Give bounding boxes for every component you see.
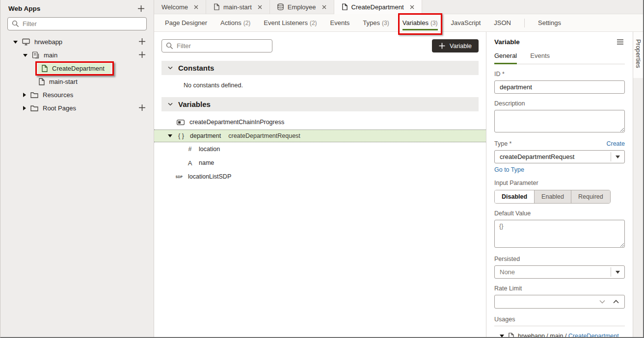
- flow-icon: [32, 52, 39, 59]
- sdp-type-icon: SDP: [175, 175, 183, 179]
- id-field[interactable]: [494, 80, 625, 94]
- chevron-down-icon: [168, 66, 173, 70]
- usage-root-row[interactable]: hrwebapp / main / CreateDepartment: [494, 333, 625, 337]
- selected-tree-item[interactable]: CreateDepartment: [38, 63, 110, 74]
- sidebar-filter[interactable]: [7, 17, 147, 30]
- type-select[interactable]: createDepartmentRequest: [494, 150, 625, 163]
- tree-item-createdepartment[interactable]: CreateDepartment: [0, 62, 154, 75]
- web-apps-sidebar: Web Apps hrwebapp main: [0, 0, 154, 337]
- tab-createdepartment[interactable]: CreateDepartment: [334, 0, 422, 14]
- tab-events[interactable]: Events: [330, 14, 350, 31]
- tab-main-start[interactable]: main-start: [206, 0, 270, 14]
- option-disabled[interactable]: Disabled: [495, 190, 534, 203]
- usages-label: Usages: [494, 316, 625, 326]
- tab-count: (3): [430, 20, 438, 26]
- variable-row[interactable]: createDepartmentChainInProgress: [161, 115, 479, 129]
- tab-label: Welcome: [161, 3, 188, 11]
- close-icon[interactable]: [410, 5, 414, 9]
- rail-tab-label: Properties: [635, 39, 642, 68]
- description-field[interactable]: [494, 110, 625, 132]
- tab-welcome[interactable]: Welcome: [154, 0, 206, 14]
- close-icon[interactable]: [258, 5, 262, 9]
- tree-item-root-pages[interactable]: Root Pages: [0, 102, 154, 115]
- add-page-button[interactable]: [137, 50, 147, 59]
- tree-item-resources[interactable]: Resources: [0, 88, 154, 102]
- add-root-page-button[interactable]: [137, 103, 147, 112]
- object-type-icon: { }: [177, 132, 185, 139]
- monitor-icon: [22, 38, 30, 46]
- web-apps-tree: hrwebapp main CreateDepartment main-star…: [0, 35, 154, 115]
- variable-row[interactable]: # location: [161, 142, 479, 156]
- tab-label: CreateDepartment: [351, 3, 404, 11]
- variable-name: department: [190, 132, 221, 139]
- variables-section-header[interactable]: Variables: [161, 97, 479, 111]
- tab-general[interactable]: General: [494, 52, 517, 64]
- tree-item-hrwebapp[interactable]: hrwebapp: [0, 35, 154, 49]
- chevron-up-icon[interactable]: [613, 300, 619, 304]
- create-type-link[interactable]: Create: [606, 140, 625, 147]
- tab-event-listeners[interactable]: Event Listeners(2): [264, 14, 317, 31]
- variable-row[interactable]: SDP locationListSDP: [161, 170, 479, 183]
- persisted-label: Persisted: [494, 256, 625, 262]
- add-variable-button[interactable]: Variable: [432, 39, 479, 52]
- tab-actions[interactable]: Actions(2): [220, 14, 250, 31]
- plus-icon: [137, 5, 145, 12]
- option-required[interactable]: Required: [571, 190, 610, 203]
- sidebar-filter-input[interactable]: [23, 20, 142, 27]
- search-icon: [12, 20, 19, 27]
- page-icon: [41, 65, 48, 72]
- tree-item-label: main-start: [49, 78, 78, 85]
- dropdown-arrow-icon[interactable]: [611, 271, 624, 274]
- tab-count: (2): [310, 20, 317, 26]
- variables-filter-input[interactable]: [177, 42, 268, 50]
- description-label: Description: [494, 100, 625, 107]
- variable-row-selected[interactable]: { } department createDepartmentRequest: [154, 130, 486, 142]
- persisted-select-value: None: [495, 268, 611, 276]
- tab-settings[interactable]: Settings: [538, 14, 561, 31]
- rate-limit-field[interactable]: [494, 295, 625, 309]
- persisted-select[interactable]: None: [494, 265, 625, 279]
- constants-section-header[interactable]: Constants: [161, 61, 479, 75]
- input-parameter-toggle: Disabled Enabled Required: [494, 190, 611, 204]
- close-icon[interactable]: [322, 5, 326, 9]
- tab-json[interactable]: JSON: [494, 14, 511, 31]
- page-icon: [38, 78, 45, 85]
- variable-row[interactable]: A name: [161, 156, 479, 170]
- tab-javascript[interactable]: JavaScript: [451, 14, 481, 31]
- variable-name: name: [199, 159, 214, 166]
- caret-down-icon[interactable]: [23, 54, 27, 57]
- caret-right-icon[interactable]: [23, 93, 26, 97]
- option-enabled[interactable]: Enabled: [534, 190, 571, 203]
- tab-employee[interactable]: Employee: [270, 0, 334, 14]
- chevron-down-icon[interactable]: [599, 300, 605, 304]
- tab-label: Settings: [538, 19, 561, 26]
- tree-item-main-start[interactable]: main-start: [0, 75, 154, 88]
- plus-icon: [138, 51, 146, 58]
- tab-events[interactable]: Events: [530, 52, 550, 64]
- dropdown-arrow-icon[interactable]: [611, 156, 624, 158]
- tab-count: (3): [382, 20, 389, 26]
- go-to-type-link[interactable]: Go to Type: [494, 166, 524, 173]
- caret-down-icon[interactable]: [13, 41, 18, 44]
- tab-variables[interactable]: Variables (3): [402, 14, 438, 31]
- tree-item-main[interactable]: main: [0, 49, 154, 62]
- tab-label: JSON: [494, 19, 511, 26]
- menu-icon[interactable]: [616, 38, 625, 46]
- caret-down-icon[interactable]: [168, 134, 172, 137]
- number-type-icon: #: [186, 146, 194, 153]
- section-title: Variables: [178, 100, 211, 108]
- caret-right-icon[interactable]: [23, 106, 26, 110]
- caret-down-icon[interactable]: [500, 335, 504, 337]
- close-icon[interactable]: [194, 5, 198, 9]
- usage-path-link[interactable]: CreateDepartment: [568, 333, 619, 337]
- add-web-app-button[interactable]: [136, 4, 146, 13]
- page-icon: [342, 3, 348, 10]
- tab-count: (2): [243, 20, 251, 26]
- tab-types[interactable]: Types(3): [363, 14, 389, 31]
- tab-page-designer[interactable]: Page Designer: [165, 14, 207, 31]
- add-flow-button[interactable]: [137, 37, 147, 46]
- panel-title: Variable: [494, 38, 520, 46]
- tab-properties-vertical[interactable]: Properties: [633, 32, 643, 78]
- default-value-field[interactable]: {}: [494, 220, 625, 248]
- variables-filter[interactable]: [161, 39, 272, 52]
